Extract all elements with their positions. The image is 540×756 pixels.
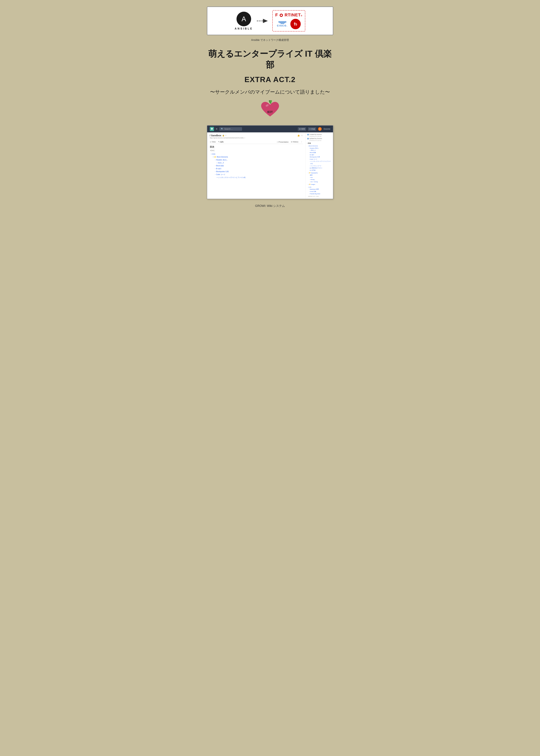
ansible-text: ANSIBLE [235,27,253,30]
svg-text:EIT: EIT [267,110,273,114]
sidebar-toc-item: ◦ Crowi 互換 [307,190,332,193]
svg-point-5 [280,14,282,16]
list-item: ▪シンタックスハイライトとファイル名 [211,176,303,179]
page-url: https://growi.dozono.me/3a003e8e3bche003… [210,137,303,139]
sidebar-toc-item: ◦ Br 改行 [307,154,332,156]
cisco-f5-row: CISCO. f5 [277,19,301,29]
sidebar-toc-item: ▪ em [307,176,332,179]
growi-main: / Sandbox 🔒 ☆ 👍 ☆ https://growi.dozono.m… [207,132,306,199]
heart-shape: EIT [260,100,280,118]
page-actions: 👍 ☆ [297,134,303,137]
list-item: ◦Block 段落 [211,164,303,167]
sidebar-toc-item: ◦ Markdown 標準 [307,188,332,190]
list-item: •📁Block Elements [211,156,303,158]
sidebar-toc-item: • 📁 Images [307,183,332,186]
sidebar-toc-item: ▪ シンタックスハイラ イトとファイル名 [307,160,332,165]
growi-sidebar: 👤 Created by Dozono 2018/04/14 22:36:40 … [306,132,333,199]
eit-logo: EIT [260,100,280,119]
eit-logo-container: EIT [207,100,333,119]
sidebar-toc-item: ▪ 見出し3 [307,149,332,151]
sidebar-toc-title: • 目次 [307,142,332,144]
sidebar-growi-version: GROWI 3.0.5 □ Ctrl+/ [307,196,332,197]
f5-text: f5 [294,22,297,27]
tab-presentation[interactable]: □ Presentation [277,140,289,143]
ansible-a-letter: A [241,15,246,23]
created-info: 👤 Created by Dozono 2018/04/14 22:36:40 … [307,134,332,141]
logo-box: A ANSIBLE F RTINET® [207,7,333,35]
svg-rect-6 [281,14,282,14]
sidebar-toc-item: ▪ strong [307,178,332,181]
growi-toc-title: 目次 [210,145,303,148]
list-item: •目次 [211,153,303,156]
growi-body: / Sandbox 🔒 ☆ 👍 ☆ https://growi.dozono.m… [207,132,333,199]
fortinet-logo: F RTINET® [275,13,302,18]
sidebar-toc-item: ◦ Pukiwiki Big linker [307,193,332,195]
svg-marker-3 [263,19,268,23]
page-title: / Sandbox 🔒 ☆ [210,134,227,137]
list-item: ◦Headers 見出し [211,158,303,161]
main-title: 萌えるエンタープライズ IT 倶楽部 [207,48,333,70]
sidebar-toc-item: ◦ Hr 水平線 [307,169,332,171]
sidebar-toc-item: • Link [307,186,332,188]
vendor-box: F RTINET® [272,10,305,32]
sidebar-toc-item: ◦ Blockquotes 引用 [307,156,332,158]
svg-rect-7 [281,16,282,17]
create-button[interactable]: ✏ 作成 [308,127,316,131]
list-item: ◦Blockquotes 引用 [211,170,303,173]
list-item: ◦Code コード [211,173,303,176]
cisco-text: CISCO. [277,24,288,27]
list-item: ▪見出し3 [211,161,303,164]
tab-more[interactable]: ⋮ [300,140,303,143]
growi-toc-list: •目次 •📁Block Elements ◦Headers 見出し ▪見出し3 … [210,153,303,179]
triple-arrow-icon [256,17,269,25]
sidebar-toc-item: ◦ Headers 見出し [307,147,332,149]
sidebar-toc-item: ◦ Code コード [307,158,332,160]
growi-search[interactable]: 🔍 Search ... [219,127,242,131]
tab-edit[interactable]: ✎ 編集 [218,140,224,144]
tab-view[interactable]: ▷ View [210,140,216,143]
tab-history[interactable]: ⊙ History [291,140,299,143]
sidebar-toc-item: ◦ Block 段落 [307,151,332,154]
username: Dozono [324,128,330,130]
sidebar-toc-item: • 📁 Typography [307,172,332,174]
ansible-circle: A [236,12,251,26]
tab-right: □ Presentation ⊙ History ⋮ [277,140,303,143]
catch-copy: 〜サークルメンバのマイブームについて語りました〜 [207,89,333,95]
f5-logo: f5 [290,19,301,29]
sidebar-toc-list: • Block Elements ◦ Headers 見出し ▪ 見出し3 ◦ … [307,145,332,197]
list-item: ◦Br 改行 [211,167,303,170]
sidebar-toc-item: ◦ 修辞 [307,174,332,176]
settings-button[interactable]: ⚙ 管理 [298,127,306,131]
sidebar-toc-item: ▪ em + strong [307,181,332,183]
subtitle-top: Ansible でネットワーク構成管理 [207,39,333,42]
svg-rect-9 [282,15,283,16]
growi-header-right: ⚙ 管理 ✏ 作成 D Dozono [298,127,331,131]
sidebar-toc-item: • Block Elements [307,145,332,147]
svg-point-14 [211,128,212,129]
sidebar-toc-item: ▪ インラインコード [307,165,332,167]
user-avatar[interactable]: D [318,127,322,131]
sidebar-toc-item: ◦ pre 整形済みテキスト [307,167,332,169]
ansible-logo: A ANSIBLE [235,12,253,30]
growi-screenshot: ≡ 🔍 Search ... ⚙ 管理 ✏ 作成 D Dozono / Sand… [207,125,333,199]
svg-rect-8 [280,15,280,16]
hamburger-icon[interactable]: ≡ [216,127,217,130]
growi-header: ≡ 🔍 Search ... ⚙ 管理 ✏ 作成 D Dozono [207,125,333,132]
growi-toc-tag: ＃[toc] [210,149,303,152]
search-placeholder: Search ... [224,128,233,130]
search-icon: 🔍 [221,128,223,130]
sub-title: EXTRA ACT.2 [207,75,333,84]
growi-tabs: ▷ View ✎ 編集 □ Presentation ⊙ History ⋮ [210,140,303,144]
subtitle-bottom: GROWI: Wiki システム [207,204,333,208]
growi-logo-icon [210,127,214,131]
cisco-logo: CISCO. [277,21,288,27]
